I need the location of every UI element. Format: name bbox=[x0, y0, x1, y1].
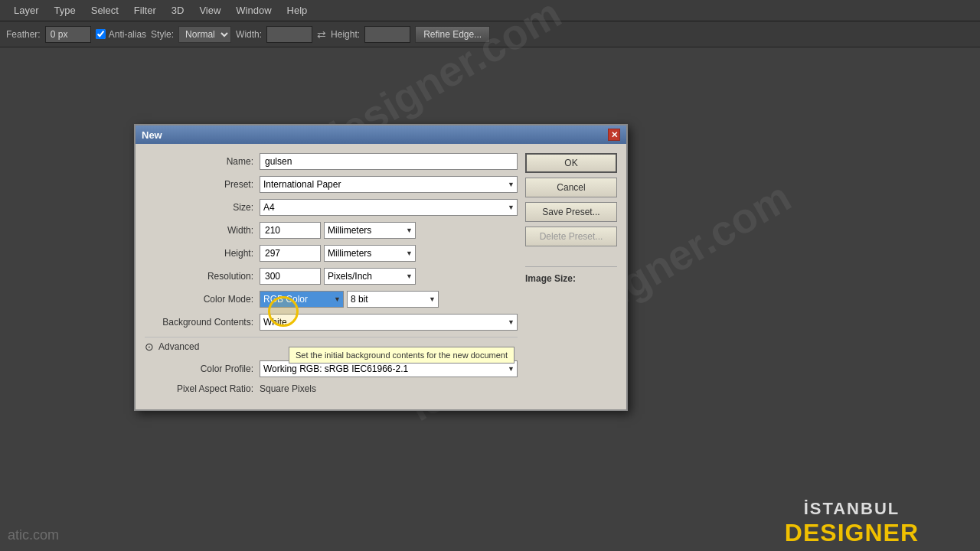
width-unit-wrap: Millimeters bbox=[324, 222, 416, 239]
menu-filter[interactable]: Filter bbox=[126, 2, 164, 19]
height-unit-select[interactable]: Millimeters bbox=[324, 245, 416, 262]
menu-help[interactable]: Help bbox=[279, 2, 315, 19]
menu-view[interactable]: View bbox=[191, 2, 228, 19]
color-profile-label: Color Profile: bbox=[145, 364, 260, 374]
refine-edge-button[interactable]: Refine Edge... bbox=[415, 26, 490, 43]
menu-select[interactable]: Select bbox=[83, 2, 126, 19]
preset-row: Preset: International Paper bbox=[145, 176, 518, 193]
pixel-ratio-value: Square Pixels bbox=[260, 383, 316, 394]
width-label: Width: bbox=[145, 225, 260, 236]
menu-window[interactable]: Window bbox=[228, 2, 279, 19]
width-row: Width: Millimeters bbox=[145, 222, 518, 239]
preset-label: Preset: bbox=[145, 179, 260, 190]
bottom-watermark: atic.com bbox=[8, 527, 59, 543]
dialog-close-button[interactable]: ✕ bbox=[608, 129, 620, 141]
height-unit-wrap: Millimeters bbox=[324, 245, 416, 262]
swap-arrow-icon[interactable]: ⇄ bbox=[317, 28, 326, 41]
name-row: Name: bbox=[145, 153, 518, 170]
width-unit-select[interactable]: Millimeters bbox=[324, 222, 416, 239]
image-size-section: Image Size: bbox=[525, 266, 617, 284]
antialias-checkbox[interactable] bbox=[96, 29, 106, 39]
feather-input[interactable] bbox=[45, 26, 91, 43]
canvas-area: istanbuldesigner.com istanbuldesigner.co… bbox=[0, 47, 980, 551]
background-row: Background Contents: White bbox=[145, 314, 518, 331]
antialias-wrap: Anti-alias bbox=[96, 29, 146, 40]
resolution-label: Resolution: bbox=[145, 271, 260, 282]
background-select[interactable]: White bbox=[260, 314, 518, 331]
height-label: Height: bbox=[145, 248, 260, 259]
preset-select[interactable]: International Paper bbox=[260, 176, 518, 193]
height-value-input[interactable] bbox=[260, 245, 321, 262]
resolution-row: Resolution: Pixels/Inch bbox=[145, 268, 518, 285]
bit-depth-wrap: 8 bit bbox=[347, 291, 439, 308]
feather-label: Feather: bbox=[6, 29, 41, 40]
menu-type[interactable]: Type bbox=[47, 2, 83, 19]
size-select-wrap: A4 bbox=[260, 199, 518, 216]
advanced-label: Advanced bbox=[158, 341, 199, 352]
color-mode-select-wrap: RGB Color bbox=[260, 291, 344, 308]
dialog-title: New bbox=[142, 129, 162, 141]
resolution-value-input[interactable] bbox=[260, 268, 321, 285]
logo-istanbul: İSTANBUL bbox=[785, 499, 919, 519]
name-label: Name: bbox=[145, 156, 260, 167]
style-select[interactable]: Normal bbox=[178, 26, 231, 43]
toolbar: Feather: Anti-alias Style: Normal Width:… bbox=[0, 21, 980, 47]
dialog-buttons: OK Cancel Save Preset... Delete Preset..… bbox=[525, 153, 617, 400]
bit-depth-select[interactable]: 8 bit bbox=[347, 291, 439, 308]
dialog-body: Name: Preset: International Paper Size: bbox=[136, 144, 626, 409]
menubar: Layer Type Select Filter 3D View Window … bbox=[0, 0, 980, 21]
background-select-wrap: White bbox=[260, 314, 518, 331]
menu-layer[interactable]: Layer bbox=[6, 2, 47, 19]
name-input[interactable] bbox=[260, 153, 518, 170]
resolution-unit-wrap: Pixels/Inch bbox=[324, 268, 416, 285]
width-value-input[interactable] bbox=[260, 222, 321, 239]
logo-watermark: İSTANBUL DESIGNER bbox=[785, 499, 919, 547]
antialias-label: Anti-alias bbox=[109, 29, 146, 40]
save-preset-button[interactable]: Save Preset... bbox=[525, 202, 617, 222]
style-label: Style: bbox=[151, 29, 174, 40]
dialog-titlebar: New ✕ bbox=[136, 126, 626, 144]
ok-button[interactable]: OK bbox=[525, 153, 617, 173]
image-size-label: Image Size: bbox=[525, 273, 576, 284]
advanced-collapse-icon[interactable]: ⊙ bbox=[145, 341, 154, 353]
height-input[interactable] bbox=[364, 26, 410, 43]
height-label: Height: bbox=[331, 29, 360, 40]
logo-designer: DESIGNER bbox=[785, 519, 919, 547]
width-label: Width: bbox=[236, 29, 262, 40]
delete-preset-button[interactable]: Delete Preset... bbox=[525, 227, 617, 246]
size-row: Size: A4 bbox=[145, 199, 518, 216]
size-label: Size: bbox=[145, 202, 260, 213]
menu-3d[interactable]: 3D bbox=[164, 2, 192, 19]
background-label: Background Contents: bbox=[145, 317, 260, 328]
color-mode-label: Color Mode: bbox=[145, 294, 260, 305]
new-document-dialog: New ✕ Name: Preset: International Paper bbox=[134, 124, 628, 411]
resolution-unit-select[interactable]: Pixels/Inch bbox=[324, 268, 416, 285]
pixel-ratio-row: Pixel Aspect Ratio: Square Pixels bbox=[145, 383, 518, 394]
color-mode-select[interactable]: RGB Color bbox=[260, 291, 344, 308]
height-row: Height: Millimeters bbox=[145, 245, 518, 262]
size-select[interactable]: A4 bbox=[260, 199, 518, 216]
tooltip: Set the initial background contents for … bbox=[289, 347, 514, 364]
width-input[interactable] bbox=[266, 26, 312, 43]
preset-select-wrap: International Paper bbox=[260, 176, 518, 193]
cancel-button[interactable]: Cancel bbox=[525, 178, 617, 197]
pixel-ratio-label: Pixel Aspect Ratio: bbox=[145, 383, 260, 394]
color-mode-row: Color Mode: RGB Color 8 bit bbox=[145, 291, 518, 308]
